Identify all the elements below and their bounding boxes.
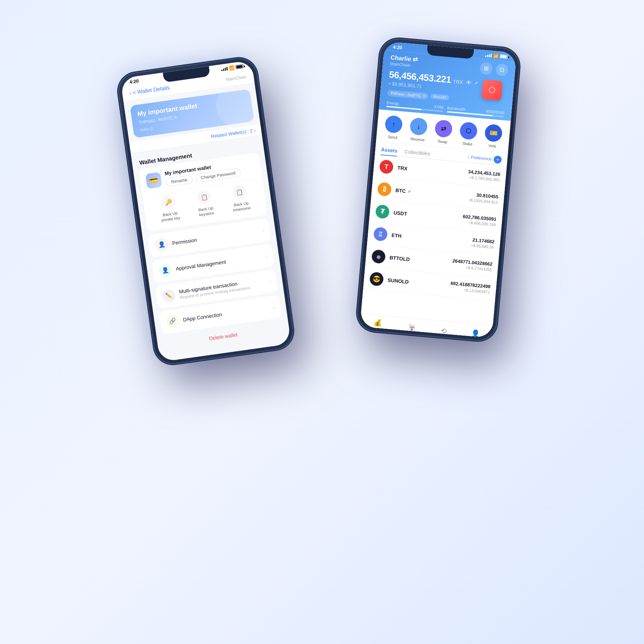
vote-icon: 🎫 xyxy=(484,124,503,142)
trx-logo: T xyxy=(379,160,394,174)
btt-values: 2648771.04328662 ≈$ 6.77419355 xyxy=(452,258,493,272)
sun-name-col: SUNOLD xyxy=(387,277,451,288)
stake-icon: ⬡ xyxy=(459,122,478,140)
dapp-icon: 🔗 xyxy=(165,314,180,328)
send-icon: ↑ xyxy=(384,115,403,133)
back-icon: ‹ xyxy=(129,90,132,96)
trx-name-col: TRX xyxy=(397,165,468,177)
balance-unit: TRX xyxy=(453,78,463,85)
stake-label: Stake xyxy=(462,141,473,146)
main-header: Charlie ⇄ MainChain ⊞ ⊡ xyxy=(379,50,516,121)
stake-action[interactable]: ⬡ Stake xyxy=(459,122,478,147)
usdt-name-col: USDT xyxy=(393,210,463,221)
vote-action[interactable]: 🎫 Vote xyxy=(484,124,503,149)
dapp-chevron: › xyxy=(272,304,275,310)
nav-history-icon: ⟲ xyxy=(440,326,447,335)
btc-logo: ₿ xyxy=(377,182,392,196)
header-actions: ⊞ ⊡ xyxy=(480,62,509,76)
preference-button[interactable]: ↕ Preference xyxy=(467,155,492,162)
visibility-icon[interactable]: 👁 xyxy=(465,79,472,86)
eth-logo: Ξ xyxy=(373,227,388,241)
expand-icon[interactable]: ↗ xyxy=(473,80,478,87)
preference-icon: ↕ xyxy=(467,155,470,160)
wallet-address-short: THPwer...5wtFYC xyxy=(390,91,421,98)
send-label: Send xyxy=(388,135,397,140)
backup-private-key[interactable]: 🔑 Back Upprivate key xyxy=(158,194,181,223)
tron-logo: ⬡ xyxy=(482,79,503,101)
multisig-chevron: › xyxy=(269,278,271,284)
energy-value: 37/60 xyxy=(434,104,444,109)
nav-profile[interactable]: 👤 xyxy=(470,329,480,338)
backup-private-key-label: Back Upprivate key xyxy=(160,210,181,223)
back-button[interactable]: ‹ < Wallet Details xyxy=(129,84,170,96)
btc-values: 30.810455 ≈$ 1555,934.813 xyxy=(468,191,499,204)
receive-action[interactable]: ↓ Receive xyxy=(409,117,428,142)
non-hd-label: Non-HD xyxy=(433,94,447,99)
address-badge: THPwer...5wtFYC ⧉ xyxy=(387,90,429,100)
receive-icon: ↓ xyxy=(409,117,428,136)
related-wallets-label: Related Wallet(s) : 2 › xyxy=(211,128,256,139)
right-signal-icon xyxy=(485,53,492,58)
copy-icon[interactable]: ⧉ xyxy=(174,115,177,120)
backup-mnemonic-icon: 📋 xyxy=(232,184,247,200)
dapp-text: DApp Connection xyxy=(182,305,269,322)
permission-icon: 👤 xyxy=(155,237,169,252)
main-screen: Charlie ⇄ MainChain ⊞ ⊡ xyxy=(360,50,516,338)
right-wifi-icon: 📶 xyxy=(493,53,499,58)
wifi-icon: 📶 xyxy=(229,65,235,71)
phones-container: 4:20 📶 xyxy=(125,36,519,608)
left-screen: 4:20 📶 xyxy=(120,60,291,362)
battery-icon xyxy=(235,64,244,69)
sun-symbol: SUNOLD xyxy=(387,277,451,288)
trx-values: 34,234,453.126 ≈$ 2,760,842.982 xyxy=(468,169,501,182)
wallet-avatar-icon: 💳 xyxy=(149,176,159,185)
left-status-icons: 📶 xyxy=(221,64,244,72)
permission-chevron: › xyxy=(262,228,264,233)
preference-label: Preference xyxy=(470,155,492,162)
backup-keystore-icon: 📋 xyxy=(196,189,212,205)
backup-keystore[interactable]: 📋 Back Upkeystore xyxy=(196,189,214,218)
approval-chevron: › xyxy=(265,253,268,259)
nav-assets[interactable]: 💰 Assets xyxy=(372,318,384,332)
right-battery-icon xyxy=(500,54,508,59)
chain-label: MainChain xyxy=(226,74,247,82)
tab-collectibles[interactable]: Collectibles xyxy=(404,146,431,158)
backup-keystore-label: Back Upkeystore xyxy=(198,205,214,218)
right-status-icons: 📶 xyxy=(485,53,508,59)
nav-assets-dot xyxy=(376,332,378,334)
approval-label: Approval Management xyxy=(175,254,262,271)
add-asset-button[interactable]: + xyxy=(493,155,502,164)
nav-collectibles[interactable]: 🃏 xyxy=(407,323,416,333)
swap-action[interactable]: ⇄ Swap xyxy=(434,119,453,145)
rename-button[interactable]: Rename xyxy=(165,175,193,187)
trx-symbol: TRX xyxy=(397,165,468,177)
btc-verified-badge: ✓ xyxy=(407,189,411,194)
tab-assets[interactable]: Assets xyxy=(381,145,398,156)
sun-values: 692.418878222498 ≈$ 13.5483871 xyxy=(450,280,491,294)
nav-assets-icon: 💰 xyxy=(373,318,383,327)
right-phone: 4:20 📶 xyxy=(356,38,521,342)
swap-label: Swap xyxy=(438,139,448,144)
non-hd-badge: Non-HD xyxy=(430,93,449,100)
eth-name-col: ETH xyxy=(391,232,472,245)
backup-mnemonic-label: Back Upmnemonic xyxy=(232,200,251,213)
nav-collectibles-icon: 🃏 xyxy=(407,323,416,333)
right-screen: 4:20 📶 xyxy=(360,41,517,338)
qr-scan-button[interactable]: ⊡ xyxy=(495,63,508,76)
dapp-label: DApp Connection xyxy=(182,305,269,322)
nav-history[interactable]: ⟲ xyxy=(440,326,447,335)
nav-assets-label: Assets xyxy=(372,327,383,332)
backup-mnemonic[interactable]: 📋 Back Upmnemonic xyxy=(230,184,252,213)
wallet-avatar: 💳 xyxy=(145,172,162,189)
multisig-text: Multi-signature transaction Request or p… xyxy=(179,277,265,299)
btc-symbol: BTC ✓ xyxy=(395,187,469,200)
btc-name-col: BTC ✓ xyxy=(395,187,469,200)
copy-address-icon[interactable]: ⧉ xyxy=(423,94,426,98)
approval-icon: 👤 xyxy=(158,263,173,278)
left-time: 4:20 xyxy=(129,78,139,85)
btt-symbol: BTTOLD xyxy=(389,255,453,266)
send-action[interactable]: ↑ Send xyxy=(384,115,403,140)
eth-symbol: ETH xyxy=(391,232,472,245)
add-account-button[interactable]: ⊞ xyxy=(480,62,493,75)
nav-profile-icon: 👤 xyxy=(470,329,480,338)
